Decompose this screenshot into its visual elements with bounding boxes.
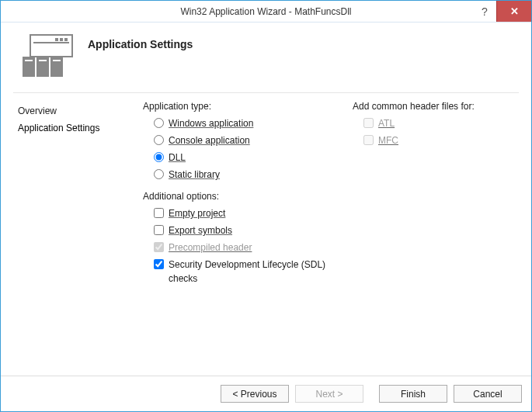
footer: < Previous Next > Finish Cancel bbox=[1, 376, 531, 411]
check-atl: ATL bbox=[353, 115, 517, 132]
check-export-symbols-label: Export symbols bbox=[169, 223, 232, 237]
check-export-symbols-input[interactable] bbox=[154, 225, 164, 235]
wizard-window: Win32 Application Wizard - MathFuncsDll … bbox=[0, 0, 532, 412]
previous-button[interactable]: < Previous bbox=[221, 385, 289, 403]
left-column: Application type: Windows application Co… bbox=[143, 101, 337, 376]
svg-rect-5 bbox=[23, 57, 35, 77]
sidebar-item-app-settings[interactable]: Application Settings bbox=[13, 119, 135, 137]
radio-console-app-input[interactable] bbox=[154, 135, 164, 145]
sidebar: Overview Application Settings bbox=[10, 101, 138, 376]
svg-rect-7 bbox=[50, 57, 63, 77]
radio-windows-app[interactable]: Windows application bbox=[143, 115, 337, 132]
svg-rect-1 bbox=[55, 38, 58, 41]
check-empty-project-label: Empty project bbox=[169, 206, 225, 220]
additional-label: Additional options: bbox=[143, 191, 337, 202]
check-mfc-input bbox=[363, 135, 374, 145]
app-type-label: Application type: bbox=[143, 101, 337, 112]
svg-rect-9 bbox=[39, 60, 47, 61]
wizard-icon bbox=[21, 33, 75, 78]
page-title: Application Settings bbox=[88, 33, 193, 50]
check-sdl[interactable]: Security Development Lifecycle (SDL) che… bbox=[143, 256, 337, 287]
radio-windows-app-input[interactable] bbox=[154, 118, 164, 128]
check-precompiled-header-input bbox=[154, 242, 164, 252]
radio-dll[interactable]: DLL bbox=[143, 149, 337, 166]
radio-console-app-label: Console application bbox=[169, 133, 250, 147]
svg-rect-8 bbox=[25, 60, 33, 61]
radio-static-lib-label: Static library bbox=[169, 168, 220, 182]
svg-rect-2 bbox=[60, 38, 63, 41]
svg-rect-10 bbox=[53, 60, 61, 61]
main: Application type: Windows application Co… bbox=[138, 101, 522, 376]
help-button[interactable]: ? bbox=[473, 1, 496, 22]
svg-rect-3 bbox=[64, 38, 68, 41]
radio-dll-input[interactable] bbox=[154, 152, 164, 162]
finish-button[interactable]: Finish bbox=[379, 385, 447, 403]
svg-rect-6 bbox=[37, 57, 49, 77]
check-empty-project-input[interactable] bbox=[154, 208, 164, 218]
content: Application Settings Overview Applicatio… bbox=[1, 23, 531, 376]
close-button[interactable]: ✕ bbox=[496, 1, 531, 22]
check-atl-label: ATL bbox=[378, 116, 395, 130]
body: Overview Application Settings Applicatio… bbox=[10, 93, 522, 376]
right-column: Add common header files for: ATL MFC bbox=[353, 101, 517, 376]
check-mfc-label: MFC bbox=[378, 133, 398, 147]
radio-windows-app-label: Windows application bbox=[169, 116, 253, 130]
check-atl-input bbox=[363, 118, 374, 128]
radio-static-lib-input[interactable] bbox=[154, 169, 164, 179]
check-precompiled-header-label: Precompiled header bbox=[169, 241, 252, 254]
radio-static-lib[interactable]: Static library bbox=[143, 166, 337, 183]
titlebar: Win32 Application Wizard - MathFuncsDll … bbox=[1, 1, 531, 23]
sidebar-item-overview[interactable]: Overview bbox=[13, 102, 135, 119]
window-title: Win32 Application Wizard - MathFuncsDll bbox=[180, 6, 351, 17]
check-export-symbols[interactable]: Export symbols bbox=[143, 222, 337, 239]
window-controls: ? ✕ bbox=[473, 1, 531, 22]
next-button: Next > bbox=[295, 385, 363, 403]
common-header-label: Add common header files for: bbox=[353, 101, 517, 112]
radio-dll-label: DLL bbox=[169, 151, 186, 164]
check-empty-project[interactable]: Empty project bbox=[143, 205, 337, 222]
header: Application Settings bbox=[10, 30, 522, 92]
check-precompiled-header: Precompiled header bbox=[143, 239, 337, 256]
check-mfc: MFC bbox=[353, 132, 517, 149]
check-sdl-label: Security Development Lifecycle (SDL) che… bbox=[169, 258, 332, 286]
radio-console-app[interactable]: Console application bbox=[143, 132, 337, 149]
cancel-button[interactable]: Cancel bbox=[454, 385, 522, 403]
check-sdl-input[interactable] bbox=[154, 259, 164, 269]
